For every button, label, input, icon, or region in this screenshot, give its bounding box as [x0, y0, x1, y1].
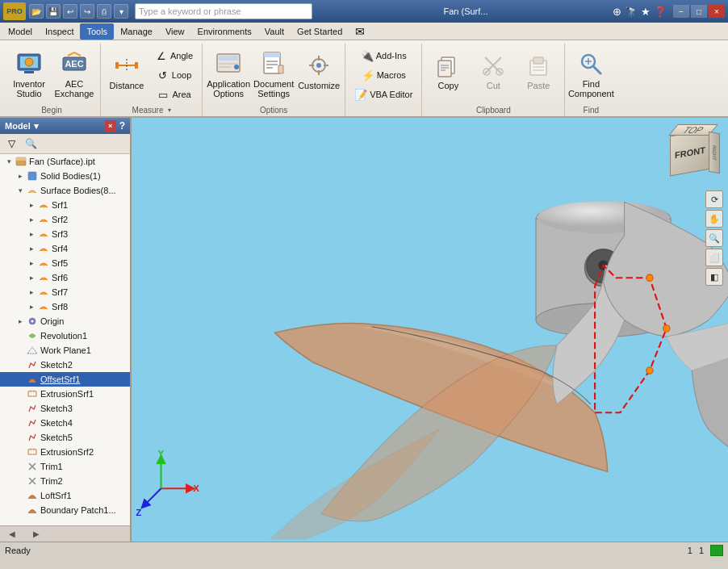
area-btn[interactable]: ▭ Area: [151, 86, 197, 103]
tree-item-sketch2[interactable]: Sketch2: [0, 358, 130, 372]
tree-label-work1: Work Plane1: [40, 345, 91, 355]
loop-btn[interactable]: ↺ Loop: [151, 66, 197, 84]
tree-item-srf7[interactable]: ▸Srf7: [0, 285, 130, 299]
help-icon[interactable]: ⊕: [613, 6, 621, 18]
sidebar-help-btn[interactable]: ?: [119, 120, 125, 132]
menu-vault[interactable]: Vault: [258, 23, 291, 40]
tree-item-extrusion2[interactable]: ExtrusionSrf2: [0, 445, 130, 459]
tree-item-extrusion1[interactable]: ExtrusionSrf1: [0, 387, 130, 401]
tree-expand-srf7[interactable]: ▸: [26, 287, 37, 298]
app-options-btn[interactable]: ApplicationOptions: [207, 47, 249, 103]
tree-item-srf8[interactable]: ▸Srf8: [0, 299, 130, 314]
close-button[interactable]: ×: [709, 5, 725, 18]
aec-exchange-btn[interactable]: AEC AECExchange: [53, 47, 95, 103]
tree-item-sketch5[interactable]: Sketch5: [0, 430, 130, 445]
view-face-btn[interactable]: ◧: [705, 268, 723, 286]
qa-print-btn[interactable]: ⎙: [97, 4, 111, 19]
sidebar-close-btn[interactable]: ×: [105, 120, 116, 132]
zoom-all-btn[interactable]: ⬜: [705, 249, 723, 266]
sidebar-filter-btn[interactable]: ▽: [3, 136, 19, 151]
menu-environments[interactable]: Environments: [191, 23, 258, 40]
qa-arrow-btn[interactable]: ▾: [114, 4, 128, 19]
zoom-btn[interactable]: 🔍: [705, 229, 723, 247]
menu-get-started[interactable]: Get Started: [291, 23, 349, 40]
tree-expand-srf4[interactable]: ▸: [26, 243, 37, 254]
sidebar-dropdown-arrow[interactable]: ▾: [34, 121, 39, 132]
tree-item-root[interactable]: ▾Fan (Surface).ipt: [0, 154, 130, 169]
binoculars-icon[interactable]: 🔭: [625, 6, 638, 18]
doc-settings-btn[interactable]: DocumentSettings: [253, 47, 295, 103]
paste-icon: [525, 52, 551, 78]
distance-btn[interactable]: Distance: [106, 47, 148, 95]
tree-item-trim1[interactable]: Trim1: [0, 459, 130, 474]
star-icon[interactable]: ★: [641, 6, 651, 18]
qa-save-btn[interactable]: 💾: [46, 4, 61, 19]
doc-settings-icon: [261, 51, 287, 77]
tree-item-srf4[interactable]: ▸Srf4: [0, 241, 130, 256]
tree-item-sketch4[interactable]: Sketch4: [0, 416, 130, 430]
tree-item-loft1[interactable]: LoftSrf1: [0, 488, 130, 503]
tree-item-srf6[interactable]: ▸Srf6: [0, 270, 130, 285]
tree-item-work1[interactable]: Work Plane1: [0, 343, 130, 358]
area-icon: ▭: [157, 88, 169, 101]
sidebar-scroll-right[interactable]: ▶: [24, 527, 48, 542]
tree-item-solid[interactable]: ▸Solid Bodies(1): [0, 169, 130, 183]
tree-item-sketch3[interactable]: Sketch3: [0, 401, 130, 416]
info-icon[interactable]: ❓: [654, 6, 667, 18]
tree-expand-origin[interactable]: ▸: [15, 316, 26, 327]
angle-btn[interactable]: ∠ Angle: [151, 47, 197, 65]
distance-icon: [114, 52, 140, 78]
tree-expand-srf3[interactable]: ▸: [26, 228, 37, 240]
qa-redo-btn[interactable]: ↪: [80, 4, 94, 19]
tree-item-srf2[interactable]: ▸Srf2: [0, 212, 130, 227]
navcube-right-label: RIGHT: [712, 144, 717, 161]
tree-item-rev1[interactable]: Revolution1: [0, 328, 130, 343]
navcube[interactable]: FRONT TOP RIGHT: [665, 124, 723, 179]
tree-expand-root[interactable]: ▾: [3, 156, 15, 167]
sidebar-scroll-left[interactable]: ◀: [0, 527, 24, 542]
qa-open-btn[interactable]: 📂: [29, 4, 44, 19]
tree-expand-srf5[interactable]: ▸: [26, 257, 37, 269]
tree-item-trim2[interactable]: Trim2: [0, 474, 130, 488]
tree-item-surface[interactable]: ▾Surface Bodies(8...: [0, 183, 130, 198]
addins-btn[interactable]: 🔌 Add-Ins: [350, 47, 416, 65]
macros-btn[interactable]: ⚡ Macros: [350, 66, 416, 84]
menu-inspect[interactable]: Inspect: [39, 23, 80, 40]
tree-expand-srf8[interactable]: ▸: [26, 301, 37, 312]
tree-expand-srf2[interactable]: ▸: [26, 214, 37, 225]
tree-item-srf1[interactable]: ▸Srf1: [0, 198, 130, 212]
search-bar[interactable]: Type a keyword or phrase: [135, 3, 312, 19]
vba-editor-btn[interactable]: 📝 VBA Editor: [350, 86, 416, 103]
qa-undo-btn[interactable]: ↩: [63, 4, 77, 19]
orbit-btn[interactable]: ⟳: [705, 190, 723, 208]
tree-icon-srf1: [37, 199, 50, 211]
tree-item-srf5[interactable]: ▸Srf5: [0, 256, 130, 270]
aec-exchange-label: AECExchange: [55, 79, 94, 98]
tree-icon-loft1: [26, 489, 39, 502]
mail-icon[interactable]: ✉: [355, 25, 365, 38]
inventor-studio-btn[interactable]: InventorStudio: [8, 47, 50, 103]
tree-expand-srf1[interactable]: ▸: [26, 199, 37, 211]
copy-btn[interactable]: Copy: [427, 47, 469, 95]
menu-manage[interactable]: Manage: [114, 23, 159, 40]
menu-model[interactable]: Model: [2, 23, 39, 40]
menu-view[interactable]: View: [159, 23, 191, 40]
tree-item-origin[interactable]: ▸Origin: [0, 314, 130, 328]
find-component-btn[interactable]: FindComponent: [570, 47, 612, 103]
pan-btn[interactable]: ✋: [705, 210, 723, 228]
tree-container[interactable]: ▾Fan (Surface).ipt▸Solid Bodies(1)▾Surfa…: [0, 154, 130, 525]
tree-expand-surface[interactable]: ▾: [15, 185, 26, 196]
sidebar-search-btn[interactable]: 🔍: [23, 136, 39, 151]
tree-item-offset1[interactable]: OffsetSrf1: [0, 372, 130, 387]
viewport[interactable]: X Y Z: [132, 118, 728, 542]
minimize-button[interactable]: −: [673, 5, 689, 18]
tree-expand-solid[interactable]: ▸: [15, 170, 26, 182]
ribbon-group-tools: 🔌 Add-Ins ⚡ Macros 📝 VBA Editor: [345, 44, 422, 116]
macros-label: Macros: [377, 70, 406, 80]
tree-item-boundary1[interactable]: Boundary Patch1...: [0, 503, 130, 517]
customize-btn[interactable]: Customize: [298, 47, 340, 95]
tree-expand-srf6[interactable]: ▸: [26, 272, 37, 283]
menu-tools[interactable]: Tools: [80, 23, 114, 40]
maximize-button[interactable]: □: [691, 5, 707, 18]
tree-item-srf3[interactable]: ▸Srf3: [0, 227, 130, 241]
